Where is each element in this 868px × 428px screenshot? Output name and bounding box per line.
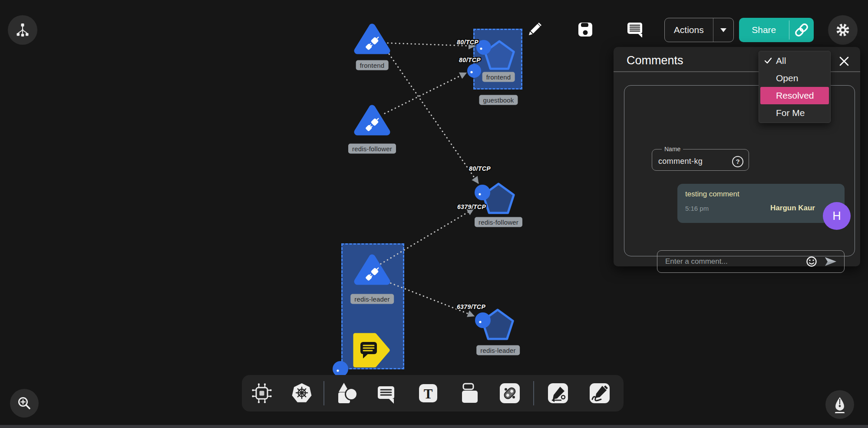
- avatar: H: [823, 202, 851, 230]
- node-label[interactable]: redis-leader: [350, 294, 394, 304]
- node-label[interactable]: redis-leader: [476, 345, 520, 355]
- node-label[interactable]: frontend: [482, 72, 515, 82]
- gear-icon: [833, 20, 852, 40]
- sticky-note-tool[interactable]: [456, 379, 484, 407]
- comment-timestamp: 5:16 pm: [685, 205, 709, 212]
- comment-input-container: [657, 250, 845, 273]
- pen-arrow-icon: [547, 382, 569, 405]
- link-icon: [794, 23, 809, 37]
- freehand-draw-tool[interactable]: [586, 379, 614, 407]
- chain-link-icon: [498, 382, 521, 405]
- node-redis-leader-service[interactable]: [482, 310, 513, 339]
- close-panel-button[interactable]: [838, 56, 850, 67]
- edge-label: 80/TCP: [457, 39, 479, 46]
- edge-label: 6379/TCP: [457, 303, 485, 310]
- pen-mode-button[interactable]: [825, 390, 854, 419]
- pen-connector-tool[interactable]: [544, 379, 572, 407]
- kubernetes-helm-icon: [290, 382, 314, 405]
- node-label[interactable]: redis-follower: [348, 144, 396, 154]
- node-frontend-deployment[interactable]: [357, 27, 387, 51]
- edge-frontend-to-redis-follower-service[interactable]: [387, 51, 478, 183]
- chip-icon: [251, 382, 273, 405]
- actions-button[interactable]: Actions: [664, 18, 734, 42]
- hierarchy-view-button[interactable]: [8, 15, 37, 45]
- comment-tool[interactable]: [372, 379, 400, 407]
- edge-label: 6379/TCP: [457, 203, 486, 210]
- panel-title: Comments: [627, 54, 683, 67]
- copy-link-button[interactable]: [789, 18, 814, 42]
- name-field[interactable]: Name comment-kg ?: [652, 146, 749, 171]
- chevron-down-icon: [720, 28, 726, 32]
- node-label[interactable]: guestbook: [479, 95, 518, 105]
- shapes-icon: [335, 382, 357, 405]
- settings-button[interactable]: [828, 15, 858, 45]
- check-icon: [764, 56, 776, 65]
- filter-option-all[interactable]: All: [759, 52, 830, 70]
- filter-option-for-me[interactable]: For Me: [759, 104, 830, 122]
- zoom-in-button[interactable]: [10, 389, 39, 418]
- node-label[interactable]: redis-follower: [475, 217, 522, 227]
- kubernetes-tool[interactable]: [288, 379, 316, 407]
- app-root: { "colors": { "canvas_background": "#161…: [0, 0, 868, 428]
- filter-option-open[interactable]: Open: [759, 70, 830, 87]
- resource-map-tool[interactable]: [248, 379, 276, 407]
- shapes-tool[interactable]: [332, 379, 360, 407]
- plug-icon: [365, 116, 380, 132]
- text-tool[interactable]: T: [414, 379, 442, 407]
- edge-label: 80/TCP: [459, 56, 481, 63]
- edit-button[interactable]: [526, 20, 544, 38]
- edge-redis-follower-to-frontend-service[interactable]: [385, 73, 466, 113]
- pencil-icon: [527, 21, 543, 37]
- canvas-bottom-edge: [0, 425, 868, 428]
- comment-icon: [375, 382, 397, 405]
- port-circle[interactable]: [475, 185, 490, 200]
- comments-filter-menu: All Open Resolved For Me: [759, 51, 831, 123]
- comment-author: Hargun Kaur: [770, 204, 815, 212]
- edge-label: 80/TCP: [469, 165, 491, 172]
- bottom-toolbar: T: [242, 375, 624, 411]
- emoji-icon[interactable]: [806, 256, 817, 267]
- text-icon: T: [417, 382, 439, 405]
- share-button[interactable]: Share: [739, 18, 814, 42]
- port-circle[interactable]: [475, 312, 491, 328]
- comments-toggle-button[interactable]: [626, 20, 644, 38]
- name-field-label: Name: [662, 146, 683, 153]
- filter-option-resolved[interactable]: Resolved: [760, 87, 829, 104]
- node-redis-follower-service[interactable]: [483, 184, 514, 213]
- comment-input[interactable]: [664, 257, 799, 266]
- share-label: Share: [739, 18, 789, 42]
- toolbar-divider: [533, 381, 534, 405]
- comment-text: testing comment: [685, 190, 837, 199]
- name-field-value[interactable]: comment-kg: [658, 157, 703, 166]
- node-label[interactable]: frontend: [356, 60, 389, 70]
- save-floppy-icon: [578, 22, 593, 37]
- tree-hierarchy-icon: [14, 21, 31, 39]
- comment-bubble-icon: [627, 21, 643, 37]
- node-redis-follower-deployment[interactable]: [357, 108, 387, 132]
- help-icon[interactable]: ?: [732, 156, 743, 167]
- sticky-note-icon: [459, 382, 481, 405]
- redis-leader-selection-box[interactable]: [341, 243, 404, 369]
- actions-label: Actions: [665, 18, 713, 42]
- toolbar-divider: [323, 381, 324, 405]
- zoom-in-icon: [16, 395, 33, 412]
- close-icon: [839, 56, 849, 66]
- connection-tool[interactable]: [496, 379, 524, 407]
- actions-dropdown-toggle[interactable]: [713, 18, 733, 42]
- comment-item[interactable]: testing comment 5:16 pm Hargun Kaur: [677, 184, 845, 223]
- svg-text:T: T: [424, 386, 433, 401]
- plug-icon: [365, 35, 380, 50]
- save-button[interactable]: [577, 21, 594, 38]
- send-icon[interactable]: [824, 256, 837, 267]
- pen-nib-icon: [831, 396, 848, 413]
- pencil-scribble-icon: [588, 382, 611, 405]
